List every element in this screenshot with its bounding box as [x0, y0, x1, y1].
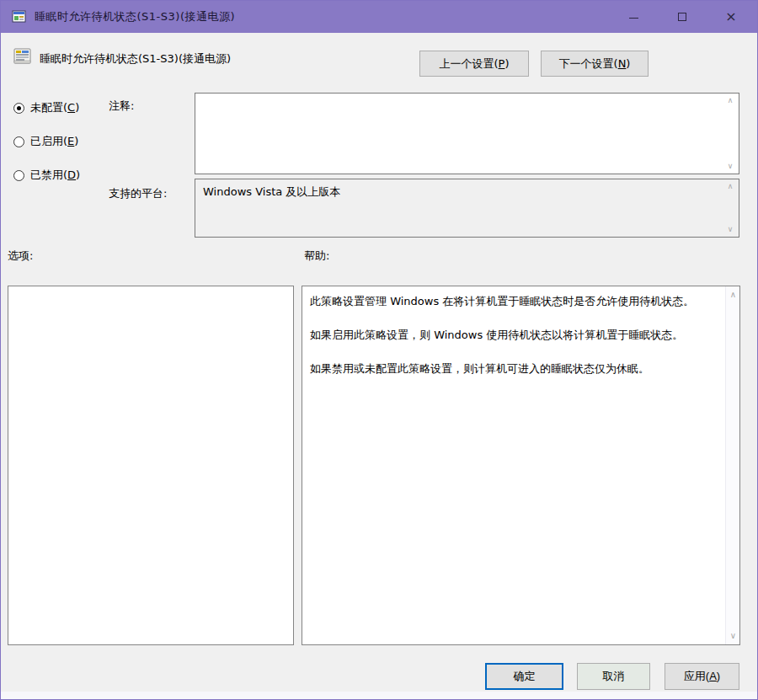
radio-not-configured-label: 未配置(C) — [30, 100, 79, 115]
cancel-button[interactable]: 取消 — [577, 663, 650, 690]
window-bottom-edge — [1, 692, 757, 699]
apply-label: 应用( — [684, 670, 709, 682]
help-paragraph: 此策略设置管理 Windows 在将计算机置于睡眠状态时是否允许使用待机状态。 — [310, 293, 719, 310]
next-setting-accel: N — [618, 57, 627, 70]
radio-icon — [13, 170, 24, 181]
radio-disabled-label: 已禁用(D) — [30, 168, 80, 183]
window-title: 睡眠时允许待机状态(S1-S3)(接通电源) — [35, 9, 235, 24]
comment-input[interactable]: ∧ ∨ — [195, 93, 739, 174]
scroll-down-icon[interactable]: ∨ — [724, 163, 736, 170]
next-setting-label: 下一个设置( — [559, 57, 618, 70]
policy-setting-icon — [13, 46, 33, 67]
close-button[interactable]: × — [707, 1, 755, 33]
radio-enabled-label: 已启用(E) — [30, 134, 78, 149]
supported-on-label: 支持的平台: — [109, 186, 167, 201]
policy-dialog-window: 睡眠时允许待机状态(S1-S3)(接通电源) × 睡眠时允许待机状态(S1-S3… — [0, 0, 758, 700]
apply-accel: A — [709, 670, 717, 682]
radio-icon — [13, 103, 24, 114]
previous-setting-label: 上一个设置( — [440, 57, 499, 70]
previous-setting-button[interactable]: 上一个设置(P) — [419, 51, 529, 77]
close-icon: × — [725, 10, 736, 24]
policy-title: 睡眠时允许待机状态(S1-S3)(接通电源) — [40, 51, 231, 67]
scroll-down-icon[interactable]: ∨ — [724, 226, 736, 233]
help-label: 帮助: — [304, 248, 329, 264]
next-setting-button[interactable]: 下一个设置(N) — [541, 51, 649, 77]
scroll-up-icon[interactable]: ∧ — [726, 291, 740, 299]
apply-button[interactable]: 应用(A) — [665, 663, 739, 690]
scroll-up-icon[interactable]: ∧ — [724, 97, 736, 104]
options-panel — [8, 286, 294, 645]
options-label: 选项: — [8, 248, 33, 264]
help-panel: 此策略设置管理 Windows 在将计算机置于睡眠状态时是否允许使用待机状态。 … — [302, 286, 740, 645]
scroll-down-icon[interactable]: ∨ — [726, 632, 740, 640]
radio-enabled[interactable]: 已启用(E) — [13, 134, 78, 149]
help-text: 此策略设置管理 Windows 在将计算机置于睡眠状态时是否允许使用待机状态。 … — [302, 286, 724, 644]
titlebar: 睡眠时允许待机状态(S1-S3)(接通电源) × — [1, 1, 757, 33]
supported-on-field: Windows Vista 及以上版本 ∧ ∨ — [195, 179, 739, 238]
radio-disabled[interactable]: 已禁用(D) — [13, 168, 80, 183]
ok-button[interactable]: 确定 — [485, 663, 563, 690]
minimize-button[interactable] — [609, 1, 658, 33]
comment-label: 注释: — [109, 99, 134, 114]
minimize-icon — [629, 18, 638, 19]
window-controls: × — [609, 1, 755, 33]
help-paragraph: 如果启用此策略设置，则 Windows 使用待机状态以将计算机置于睡眠状态。 — [310, 327, 719, 344]
supported-on-value: Windows Vista 及以上版本 — [203, 185, 340, 198]
help-paragraph: 如果禁用或未配置此策略设置，则计算机可进入的睡眠状态仅为休眠。 — [310, 361, 719, 377]
scroll-up-icon[interactable]: ∧ — [724, 183, 736, 190]
help-scrollbar[interactable]: ∧ ∨ — [725, 286, 739, 644]
radio-icon — [13, 136, 24, 147]
maximize-button[interactable] — [658, 1, 707, 33]
radio-not-configured[interactable]: 未配置(C) — [13, 100, 79, 115]
app-icon — [11, 8, 28, 25]
maximize-icon — [678, 13, 686, 21]
